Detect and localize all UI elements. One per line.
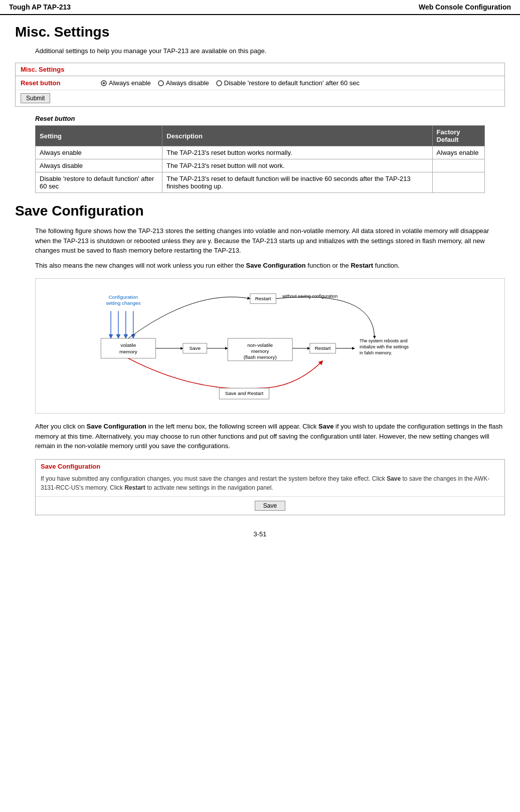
svg-text:Save and Restart: Save and Restart [225, 390, 264, 396]
save-button[interactable]: Save [255, 501, 285, 511]
page-number: 3-51 [15, 530, 505, 538]
default-always-disable [432, 159, 484, 172]
main-content: Misc. Settings Additional settings to he… [0, 15, 520, 553]
para2-bold1: Save Configuration [246, 262, 306, 269]
save-config-para1: The following figure shows how the TAP-2… [35, 226, 505, 256]
col-description: Description [162, 126, 432, 146]
section-title: Web Console Configuration [419, 3, 511, 11]
svg-text:Restart: Restart [255, 296, 271, 301]
save-config-diagram: Configuration setting changes volatile m… [35, 278, 505, 414]
radio-disable-restore[interactable]: Disable 'restore to default function' af… [216, 79, 360, 87]
save-config-section: The following figure shows how the TAP-2… [35, 226, 505, 515]
table-row: Always enable The TAP-213's reset button… [36, 146, 485, 159]
reset-button-section-title: Reset button [35, 115, 485, 122]
setting-always-enable: Always enable [36, 146, 162, 159]
svg-text:setting changes: setting changes [106, 300, 140, 306]
default-always-enable: Always enable [432, 146, 484, 159]
misc-settings-box-title: Misc. Settings [16, 63, 504, 76]
reset-button-row: Reset button Always enable Always disabl… [16, 76, 504, 90]
svg-text:Save: Save [189, 345, 201, 351]
svg-text:volatile: volatile [120, 342, 136, 348]
svg-text:without saving configuration: without saving configuration [282, 294, 337, 299]
radio-always-enable-label: Always enable [109, 79, 151, 87]
desc-always-enable: The TAP-213's reset button works normall… [162, 146, 432, 159]
desc-disable-restore: The TAP-213's reset to default function … [162, 172, 432, 193]
misc-settings-intro: Additional settings to help you manage y… [35, 47, 505, 55]
after-diagram-text: After you click on Save Configuration in… [35, 422, 505, 451]
setting-always-disable: Always disable [36, 159, 162, 172]
svg-text:(flash memory): (flash memory) [244, 354, 277, 360]
save-config-box-bold2: Restart [124, 484, 145, 491]
table-header-row: Setting Description Factory Default [36, 126, 485, 146]
setting-disable-restore: Disable 'restore to default function' af… [36, 172, 162, 193]
save-config-info-box: Save Configuration If you have submitted… [35, 459, 505, 515]
para1-text: The following figure shows how the TAP-2… [35, 227, 489, 254]
misc-settings-title: Misc. Settings [15, 24, 505, 40]
save-btn-row: Save [36, 496, 504, 515]
radio-always-enable[interactable]: Always enable [101, 79, 151, 87]
reset-button-label: Reset button [21, 79, 101, 87]
submit-button[interactable]: Submit [21, 93, 50, 103]
product-title: Tough AP TAP-213 [9, 3, 71, 11]
table-row: Always disable The TAP-213's reset butto… [36, 159, 485, 172]
svg-text:initialize with the settings: initialize with the settings [360, 344, 409, 349]
misc-settings-box: Misc. Settings Reset button Always enabl… [15, 63, 505, 107]
svg-text:in falsh memory.: in falsh memory. [360, 350, 392, 355]
radio-always-disable-label: Always disable [166, 79, 209, 87]
save-config-title: Save Configuration [15, 203, 505, 219]
reset-button-section: Reset button Setting Description Factory… [35, 115, 485, 193]
svg-text:memory: memory [119, 349, 137, 354]
svg-text:non-volatile: non-volatile [247, 342, 273, 348]
reset-button-table: Setting Description Factory Default Alwa… [35, 125, 485, 193]
save-config-box-title: Save Configuration [36, 460, 504, 472]
save-config-box-bold1: Save [387, 475, 401, 482]
radio-always-disable[interactable]: Always disable [158, 79, 209, 87]
after-diagram-bold1: Save Configuration [87, 423, 146, 430]
svg-text:Configuration: Configuration [108, 294, 138, 300]
save-config-para2: This also means the new changes will not… [35, 261, 505, 271]
diagram-svg: Configuration setting changes volatile m… [41, 284, 499, 408]
desc-always-disable: The TAP-213's reset button will not work… [162, 159, 432, 172]
reset-radio-group: Always enable Always disable Disable 're… [101, 79, 360, 87]
radio-always-enable-icon [101, 80, 107, 86]
table-row: Disable 'restore to default function' af… [36, 172, 485, 193]
radio-always-disable-icon [158, 80, 164, 86]
svg-text:Restart: Restart [315, 345, 331, 351]
para2-prefix: This also means the new changes will not… [35, 262, 246, 269]
svg-text:The system reboots and: The system reboots and [360, 338, 408, 343]
para2-bold2: Restart [351, 262, 373, 269]
radio-disable-restore-icon [216, 80, 222, 86]
col-factory-default: Factory Default [432, 126, 484, 146]
para2-suffix: function. [373, 262, 400, 269]
after-diagram-bold2: Save [318, 423, 333, 430]
radio-disable-restore-label: Disable 'restore to default function' af… [224, 79, 360, 87]
svg-text:memory: memory [251, 348, 269, 354]
default-disable-restore [432, 172, 484, 193]
col-setting: Setting [36, 126, 162, 146]
save-config-box-text: If you have submitted any configuration … [36, 472, 504, 496]
misc-submit-row: Submit [16, 90, 504, 106]
para2-mid: function or the [306, 262, 351, 269]
page-header: Tough AP TAP-213 Web Console Configurati… [0, 0, 520, 15]
